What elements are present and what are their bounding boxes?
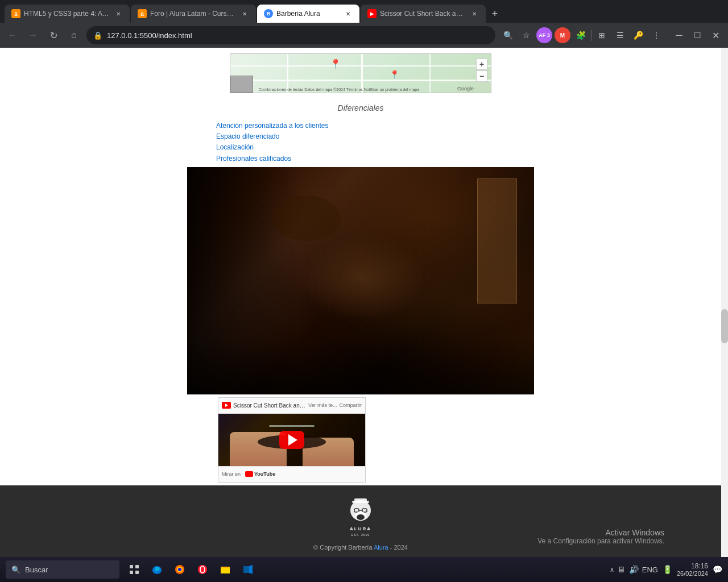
star-icon[interactable]: ☆ (518, 27, 534, 43)
notifications-icon[interactable]: 💬 (713, 565, 722, 574)
yt-thumbnail-area[interactable] (218, 414, 365, 466)
search-text: Buscar (25, 566, 48, 574)
svg-rect-22 (221, 567, 225, 568)
clock-date: 26/02/2024 (677, 570, 708, 577)
yt-play-button[interactable] (279, 431, 304, 449)
key-icon[interactable]: 🔑 (630, 27, 646, 43)
reload-button[interactable]: ↻ (46, 27, 61, 43)
yt-tool (269, 425, 315, 427)
tab-search-icon[interactable]: ⊞ (594, 27, 610, 43)
svg-rect-2 (354, 498, 367, 502)
taskbar-explorer-icon[interactable] (215, 559, 235, 580)
main-content: 📍 📍 + − Google Combinaciones de teclas D… (0, 48, 721, 582)
tab-youtube-favicon: ▶ (367, 9, 377, 18)
tab-html5-favicon: a (11, 9, 20, 18)
tray-caret[interactable]: ∧ (610, 566, 614, 573)
tray-network-icon: 🖥 (618, 565, 626, 574)
svg-point-17 (178, 568, 181, 571)
youtube-wrapper: Scissor Cut Short Back and Sides M... Ve… (0, 394, 721, 485)
map-road-h1 (230, 65, 491, 66)
tab-foro[interactable]: a Foro | Alura Latam - Cursos onl... ✕ (131, 5, 256, 23)
yt-bottom-bar: Mirar en YouTube (218, 466, 365, 482)
diferenciales-section: Diferenciales (0, 93, 721, 118)
map-thumbnail-strip (230, 76, 253, 93)
hero-image (187, 167, 534, 394)
diferencial-item-2: Espacio diferenciado (216, 131, 721, 142)
map-road-v3 (429, 54, 431, 93)
diferencial-item-1: Atención personalizada a los clientes (216, 120, 721, 131)
map-pin-2: 📍 (390, 70, 399, 79)
scrollbar-thumb[interactable] (721, 309, 728, 343)
clock[interactable]: 18:16 26/02/2024 (677, 562, 708, 577)
yt-embed-title: Scissor Cut Short Back and Sides M... (233, 402, 306, 409)
yt-play-triangle (288, 434, 297, 446)
svg-rect-13 (135, 571, 139, 574)
taskbar-opera-icon[interactable] (192, 559, 213, 580)
nav-bar: ← → ↻ ⌂ 🔒 127.0.0.1:5500/index.html 🔍 ☆ … (0, 23, 728, 48)
forward-button[interactable]: → (25, 27, 41, 43)
map-road-h2 (230, 80, 491, 81)
yt-youtube-logo: YouTube (245, 471, 275, 477)
svg-text:ALURA: ALURA (350, 526, 371, 531)
tab-bar: a HTML5 y CSS3 parte 4: Avanzar... ✕ a F… (0, 0, 728, 23)
tab-youtube-title: Scissor Cut Short Back and Side... (380, 10, 466, 18)
address-text: 127.0.0.1:5500/index.html (107, 31, 192, 40)
footer-logo-svg: ALURA EST. 2019 (341, 496, 380, 542)
tray-volume-icon[interactable]: 🔊 (629, 565, 639, 574)
hero-face-area (301, 235, 426, 321)
taskbar-right: ∧ 🖥 🔊 ENG 🔋 18:16 26/02/2024 💬 (610, 562, 728, 577)
diferenciales-title: Diferenciales (0, 99, 721, 115)
sidebar-icon[interactable]: ☰ (612, 27, 628, 43)
page-content: 📍 📍 + − Google Combinaciones de teclas D… (0, 48, 728, 582)
taskbar-firefox-icon[interactable] (169, 559, 190, 580)
minimize-button[interactable]: ─ (671, 27, 687, 43)
diferencial-item-4: Profesionales calificados (216, 153, 721, 164)
map-pin-1: 📍 (330, 59, 341, 69)
tab-youtube-close[interactable]: ✕ (470, 9, 479, 18)
tab-html5[interactable]: a HTML5 y CSS3 parte 4: Avanzar... ✕ (5, 5, 130, 23)
profile-badge-af[interactable]: AF 3 (536, 27, 552, 43)
taskbar-edge-icon[interactable] (147, 559, 167, 580)
map-terms: Combinaciones de teclas Datos del mapa ©… (259, 88, 419, 92)
svg-marker-24 (249, 565, 253, 574)
tab-foro-close[interactable]: ✕ (240, 9, 249, 18)
tab-youtube[interactable]: ▶ Scissor Cut Short Back and Side... ✕ (361, 5, 486, 23)
search-icon[interactable]: 🔍 (500, 27, 516, 43)
tab-barberia-close[interactable]: ✕ (344, 9, 353, 18)
search-icon-win: 🔍 (11, 566, 20, 574)
tray-language[interactable]: ENG (642, 566, 658, 574)
tab-html5-close[interactable]: ✕ (114, 9, 123, 18)
tab-barberia[interactable]: B Barbería Alura ✕ (257, 5, 359, 23)
svg-rect-12 (130, 571, 133, 574)
extensions-icon[interactable]: 🧩 (573, 27, 589, 43)
yt-watch-on-text: Mirar en (222, 471, 241, 477)
taskbar-search[interactable]: 🔍 Buscar (6, 560, 119, 579)
youtube-embed[interactable]: Scissor Cut Short Back and Sides M... Ve… (218, 397, 366, 483)
taskbar: 🔍 Buscar (0, 557, 728, 582)
profile-badge-m[interactable]: M (555, 27, 570, 43)
home-button[interactable]: ⌂ (66, 27, 82, 43)
taskbar-vscode-icon[interactable] (238, 559, 258, 580)
close-button[interactable]: ✕ (708, 27, 723, 43)
taskbar-task-view[interactable] (124, 559, 144, 580)
google-logo: Google (457, 86, 474, 92)
map-zoom-out[interactable]: − (476, 70, 487, 82)
map-zoom-in[interactable]: + (476, 59, 487, 70)
svg-rect-10 (130, 565, 133, 568)
new-tab-button[interactable]: + (487, 6, 503, 22)
map-controls: + − (476, 59, 487, 82)
back-button[interactable]: ← (5, 27, 20, 43)
menu-icon[interactable]: ⋮ (648, 27, 664, 43)
yt-top-play (225, 404, 228, 407)
map-thumb-1 (230, 76, 253, 93)
hero-wrapper (0, 167, 721, 394)
tray-battery-icon: 🔋 (663, 565, 672, 574)
address-bar[interactable]: 🔒 127.0.0.1:5500/index.html (86, 26, 495, 44)
scrollbar[interactable] (721, 48, 728, 582)
yt-view-count: Ver más te... (308, 402, 337, 408)
tab-foro-favicon: a (138, 9, 147, 18)
maximize-button[interactable]: ☐ (689, 27, 705, 43)
svg-text:EST. 2019: EST. 2019 (351, 533, 370, 537)
diferencial-item-3: Localización (216, 142, 721, 153)
map-container[interactable]: 📍 📍 + − Google Combinaciones de teclas D… (230, 53, 491, 93)
